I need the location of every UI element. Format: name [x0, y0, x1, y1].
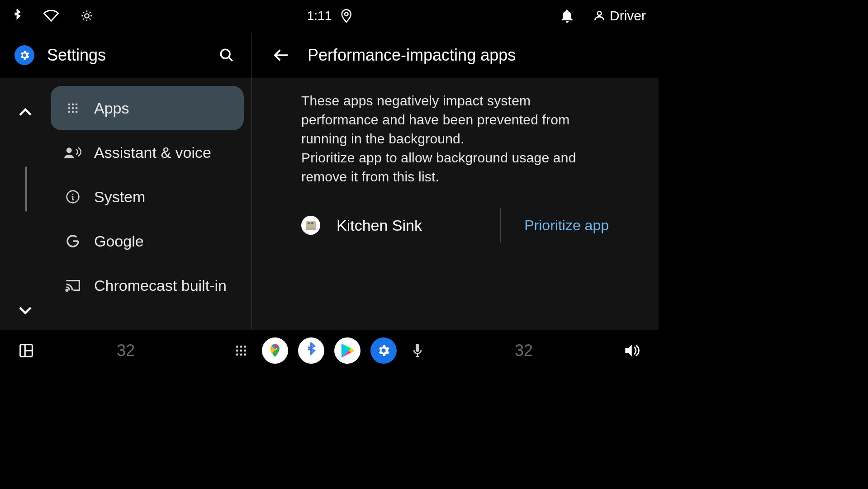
- settings-gear-badge: [14, 45, 34, 65]
- svg-point-1: [345, 13, 348, 16]
- svg-point-24: [240, 353, 242, 356]
- cast-icon: [64, 277, 81, 294]
- wifi-icon: [43, 10, 59, 22]
- svg-point-3: [221, 49, 230, 58]
- sidebar-nav-list: Apps Assistant & voice System: [51, 78, 251, 330]
- divider: [500, 208, 501, 243]
- svg-point-4: [68, 104, 71, 106]
- app-entry[interactable]: Kitchen Sink: [301, 216, 500, 235]
- bottom-right: 32: [515, 341, 641, 360]
- bell-icon[interactable]: [561, 9, 574, 23]
- svg-point-23: [236, 353, 238, 356]
- main-content: Settings Apps: [0, 33, 659, 330]
- dock-settings-button[interactable]: [370, 337, 397, 364]
- detail-title: Performance-impacting apps: [308, 46, 516, 65]
- search-button[interactable]: [216, 44, 237, 66]
- brightness-icon: [81, 9, 93, 22]
- svg-point-5: [72, 104, 74, 106]
- status-bar: 1:11 Driver: [0, 0, 659, 32]
- sidebar-item-label: Assistant & voice: [94, 144, 211, 161]
- svg-point-8: [72, 107, 74, 109]
- prioritize-app-button[interactable]: Prioritize app: [524, 217, 609, 234]
- sidebar-item-label: Chromecast built-in: [94, 277, 227, 294]
- assistant-voice-icon: [64, 144, 81, 161]
- detail-description: These apps negatively impact system perf…: [301, 91, 609, 186]
- sidebar-item-label: Google: [94, 233, 144, 250]
- svg-point-19: [244, 346, 246, 348]
- info-icon: [64, 188, 81, 205]
- sidebar-item-system[interactable]: System: [51, 175, 244, 219]
- app-icon: [301, 216, 320, 235]
- bottom-left: 32: [17, 341, 135, 360]
- svg-point-11: [72, 111, 74, 113]
- sidebar-item-label: System: [94, 188, 145, 206]
- svg-point-6: [76, 104, 78, 106]
- svg-point-10: [68, 111, 71, 113]
- sidebar-item-apps[interactable]: Apps: [51, 86, 244, 130]
- svg-point-20: [236, 350, 238, 352]
- temperature-right[interactable]: 32: [515, 341, 533, 360]
- svg-point-17: [236, 346, 238, 348]
- svg-point-15: [66, 290, 68, 291]
- driver-label: Driver: [610, 8, 646, 24]
- bottom-bar: 32 32: [0, 330, 659, 371]
- svg-point-18: [240, 346, 242, 348]
- location-icon: [341, 9, 351, 23]
- back-button[interactable]: [271, 45, 291, 65]
- detail-header: Performance-impacting apps: [251, 33, 659, 78]
- app-row-kitchen-sink: Kitchen Sink Prioritize app: [301, 206, 609, 244]
- svg-rect-27: [416, 344, 419, 351]
- google-g-icon: [64, 233, 81, 250]
- status-center-cluster: 1:11: [307, 9, 352, 23]
- scroll-indicator: [25, 166, 27, 212]
- sidebar-body: Apps Assistant & voice System: [0, 78, 251, 330]
- dock-play-store-button[interactable]: [334, 337, 360, 364]
- app-name: Kitchen Sink: [337, 217, 422, 234]
- svg-point-9: [76, 107, 78, 109]
- bluetooth-icon: [13, 9, 22, 23]
- svg-point-7: [68, 107, 71, 109]
- bottom-dock: [230, 337, 428, 364]
- sidebar-item-assistant-voice[interactable]: Assistant & voice: [51, 130, 244, 175]
- sidebar-title: Settings: [47, 46, 203, 65]
- apps-grid-icon: [64, 100, 81, 117]
- sidebar-header: Settings: [0, 33, 251, 78]
- scroll-down-button[interactable]: [16, 301, 34, 319]
- dock-maps-button[interactable]: [262, 337, 288, 364]
- svg-point-25: [244, 353, 246, 356]
- dock-bluetooth-button[interactable]: [298, 337, 324, 364]
- svg-point-12: [76, 111, 78, 113]
- svg-point-21: [240, 350, 242, 352]
- app-launcher-button[interactable]: [230, 340, 252, 361]
- settings-sidebar: Settings Apps: [0, 33, 251, 330]
- svg-point-2: [598, 11, 602, 15]
- sidebar-item-google[interactable]: Google: [51, 219, 244, 263]
- svg-point-0: [85, 14, 89, 18]
- svg-point-22: [244, 350, 246, 352]
- status-left-cluster: [13, 9, 93, 23]
- scroll-up-button[interactable]: [16, 103, 34, 121]
- sidebar-item-chromecast[interactable]: Chromecast built-in: [51, 263, 244, 308]
- description-line1: These apps negatively impact system perf…: [301, 93, 569, 146]
- dashboard-toggle-icon[interactable]: [17, 342, 35, 360]
- description-line2: Prioritize app to allow background usage…: [301, 150, 576, 184]
- sidebar-item-label: Apps: [94, 100, 129, 117]
- svg-point-13: [66, 147, 72, 153]
- volume-button[interactable]: [623, 342, 641, 360]
- detail-body: These apps negatively impact system perf…: [251, 78, 659, 330]
- driver-profile-chip[interactable]: Driver: [593, 8, 646, 24]
- status-time: 1:11: [307, 9, 332, 23]
- voice-assistant-button[interactable]: [407, 340, 428, 361]
- detail-pane: Performance-impacting apps These apps ne…: [251, 33, 659, 330]
- temperature-left[interactable]: 32: [117, 341, 135, 360]
- person-icon: [593, 10, 605, 22]
- status-right-cluster: Driver: [561, 8, 646, 24]
